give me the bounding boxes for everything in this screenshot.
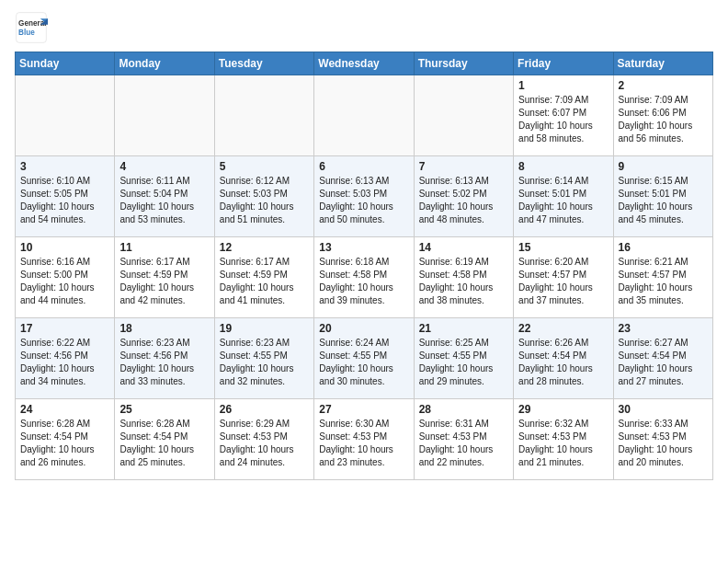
page-container: General Blue SundayMondayTuesdayWednesda… bbox=[0, 0, 728, 491]
day-info: Sunrise: 6:26 AM Sunset: 4:54 PM Dayligh… bbox=[518, 337, 608, 388]
day-number: 22 bbox=[518, 322, 608, 335]
day-cell: 9Sunrise: 6:15 AM Sunset: 5:01 PM Daylig… bbox=[613, 156, 712, 237]
day-number: 20 bbox=[319, 322, 408, 335]
day-number: 15 bbox=[518, 241, 608, 254]
day-cell: 28Sunrise: 6:31 AM Sunset: 4:53 PM Dayli… bbox=[414, 399, 513, 480]
day-number: 11 bbox=[119, 241, 209, 254]
day-cell: 4Sunrise: 6:11 AM Sunset: 5:04 PM Daylig… bbox=[115, 156, 214, 237]
week-row-2: 3Sunrise: 6:10 AM Sunset: 5:05 PM Daylig… bbox=[16, 156, 713, 237]
day-info: Sunrise: 6:28 AM Sunset: 4:54 PM Dayligh… bbox=[119, 418, 209, 469]
day-info: Sunrise: 6:17 AM Sunset: 4:59 PM Dayligh… bbox=[220, 256, 309, 307]
day-cell bbox=[115, 75, 214, 156]
day-cell: 22Sunrise: 6:26 AM Sunset: 4:54 PM Dayli… bbox=[514, 318, 613, 399]
week-row-1: 1Sunrise: 7:09 AM Sunset: 6:07 PM Daylig… bbox=[16, 75, 713, 156]
day-info: Sunrise: 6:13 AM Sunset: 5:02 PM Dayligh… bbox=[419, 175, 508, 226]
day-info: Sunrise: 6:13 AM Sunset: 5:03 PM Dayligh… bbox=[319, 175, 408, 226]
day-info: Sunrise: 6:17 AM Sunset: 4:59 PM Dayligh… bbox=[119, 256, 209, 307]
day-info: Sunrise: 6:14 AM Sunset: 5:01 PM Dayligh… bbox=[518, 175, 608, 226]
day-info: Sunrise: 6:11 AM Sunset: 5:04 PM Dayligh… bbox=[119, 175, 209, 226]
day-info: Sunrise: 7:09 AM Sunset: 6:07 PM Dayligh… bbox=[518, 94, 608, 145]
day-number: 25 bbox=[119, 403, 209, 416]
day-cell: 30Sunrise: 6:33 AM Sunset: 4:53 PM Dayli… bbox=[613, 399, 712, 480]
logo: General Blue bbox=[15, 11, 51, 44]
day-info: Sunrise: 6:19 AM Sunset: 4:58 PM Dayligh… bbox=[419, 256, 508, 307]
day-number: 24 bbox=[20, 403, 109, 416]
day-cell: 11Sunrise: 6:17 AM Sunset: 4:59 PM Dayli… bbox=[115, 237, 214, 318]
week-row-3: 10Sunrise: 6:16 AM Sunset: 5:00 PM Dayli… bbox=[16, 237, 713, 318]
week-row-4: 17Sunrise: 6:22 AM Sunset: 4:56 PM Dayli… bbox=[16, 318, 713, 399]
weekday-header-row: SundayMondayTuesdayWednesdayThursdayFrid… bbox=[16, 52, 713, 75]
day-cell: 1Sunrise: 7:09 AM Sunset: 6:07 PM Daylig… bbox=[514, 75, 613, 156]
weekday-header-saturday: Saturday bbox=[613, 52, 712, 75]
day-info: Sunrise: 6:23 AM Sunset: 4:55 PM Dayligh… bbox=[220, 337, 309, 388]
day-number: 13 bbox=[319, 241, 408, 254]
day-number: 8 bbox=[518, 160, 608, 173]
day-cell bbox=[214, 75, 313, 156]
day-number: 10 bbox=[20, 241, 109, 254]
day-cell: 14Sunrise: 6:19 AM Sunset: 4:58 PM Dayli… bbox=[414, 237, 513, 318]
day-cell: 15Sunrise: 6:20 AM Sunset: 4:57 PM Dayli… bbox=[514, 237, 613, 318]
day-number: 21 bbox=[419, 322, 508, 335]
day-cell: 10Sunrise: 6:16 AM Sunset: 5:00 PM Dayli… bbox=[16, 237, 115, 318]
day-cell: 20Sunrise: 6:24 AM Sunset: 4:55 PM Dayli… bbox=[314, 318, 414, 399]
day-number: 16 bbox=[619, 241, 708, 254]
svg-text:Blue: Blue bbox=[18, 29, 35, 37]
day-info: Sunrise: 6:25 AM Sunset: 4:55 PM Dayligh… bbox=[419, 337, 508, 388]
weekday-header-monday: Monday bbox=[115, 52, 214, 75]
day-cell: 27Sunrise: 6:30 AM Sunset: 4:53 PM Dayli… bbox=[314, 399, 414, 480]
day-info: Sunrise: 6:27 AM Sunset: 4:54 PM Dayligh… bbox=[619, 337, 708, 388]
day-cell: 21Sunrise: 6:25 AM Sunset: 4:55 PM Dayli… bbox=[414, 318, 513, 399]
day-cell: 5Sunrise: 6:12 AM Sunset: 5:03 PM Daylig… bbox=[214, 156, 313, 237]
day-cell: 25Sunrise: 6:28 AM Sunset: 4:54 PM Dayli… bbox=[115, 399, 214, 480]
day-info: Sunrise: 6:24 AM Sunset: 4:55 PM Dayligh… bbox=[319, 337, 408, 388]
day-number: 27 bbox=[319, 403, 408, 416]
day-info: Sunrise: 6:12 AM Sunset: 5:03 PM Dayligh… bbox=[220, 175, 309, 226]
day-number: 28 bbox=[419, 403, 508, 416]
day-number: 30 bbox=[619, 403, 708, 416]
day-info: Sunrise: 6:29 AM Sunset: 4:53 PM Dayligh… bbox=[220, 418, 309, 469]
day-cell: 16Sunrise: 6:21 AM Sunset: 4:57 PM Dayli… bbox=[613, 237, 712, 318]
calendar-table: SundayMondayTuesdayWednesdayThursdayFrid… bbox=[15, 52, 713, 480]
day-cell: 3Sunrise: 6:10 AM Sunset: 5:05 PM Daylig… bbox=[16, 156, 115, 237]
day-info: Sunrise: 6:30 AM Sunset: 4:53 PM Dayligh… bbox=[319, 418, 408, 469]
day-cell bbox=[16, 75, 115, 156]
day-number: 7 bbox=[419, 160, 508, 173]
weekday-header-sunday: Sunday bbox=[16, 52, 115, 75]
weekday-header-wednesday: Wednesday bbox=[314, 52, 414, 75]
day-number: 6 bbox=[319, 160, 408, 173]
day-info: Sunrise: 6:18 AM Sunset: 4:58 PM Dayligh… bbox=[319, 256, 408, 307]
day-number: 17 bbox=[20, 322, 109, 335]
day-cell: 24Sunrise: 6:28 AM Sunset: 4:54 PM Dayli… bbox=[16, 399, 115, 480]
day-number: 12 bbox=[220, 241, 309, 254]
day-number: 1 bbox=[518, 79, 608, 92]
day-cell: 23Sunrise: 6:27 AM Sunset: 4:54 PM Dayli… bbox=[613, 318, 712, 399]
day-number: 18 bbox=[119, 322, 209, 335]
day-cell: 7Sunrise: 6:13 AM Sunset: 5:02 PM Daylig… bbox=[414, 156, 513, 237]
day-number: 23 bbox=[619, 322, 708, 335]
day-cell: 6Sunrise: 6:13 AM Sunset: 5:03 PM Daylig… bbox=[314, 156, 414, 237]
day-cell: 17Sunrise: 6:22 AM Sunset: 4:56 PM Dayli… bbox=[16, 318, 115, 399]
week-row-5: 24Sunrise: 6:28 AM Sunset: 4:54 PM Dayli… bbox=[16, 399, 713, 480]
day-number: 29 bbox=[518, 403, 608, 416]
day-info: Sunrise: 6:28 AM Sunset: 4:54 PM Dayligh… bbox=[20, 418, 109, 469]
day-cell: 29Sunrise: 6:32 AM Sunset: 4:53 PM Dayli… bbox=[514, 399, 613, 480]
day-info: Sunrise: 6:32 AM Sunset: 4:53 PM Dayligh… bbox=[518, 418, 608, 469]
day-info: Sunrise: 6:23 AM Sunset: 4:56 PM Dayligh… bbox=[119, 337, 209, 388]
weekday-header-tuesday: Tuesday bbox=[214, 52, 313, 75]
day-info: Sunrise: 6:31 AM Sunset: 4:53 PM Dayligh… bbox=[419, 418, 508, 469]
day-info: Sunrise: 6:21 AM Sunset: 4:57 PM Dayligh… bbox=[619, 256, 708, 307]
day-cell: 19Sunrise: 6:23 AM Sunset: 4:55 PM Dayli… bbox=[214, 318, 313, 399]
day-cell bbox=[314, 75, 414, 156]
day-cell: 12Sunrise: 6:17 AM Sunset: 4:59 PM Dayli… bbox=[214, 237, 313, 318]
day-cell: 13Sunrise: 6:18 AM Sunset: 4:58 PM Dayli… bbox=[314, 237, 414, 318]
day-cell: 2Sunrise: 7:09 AM Sunset: 6:06 PM Daylig… bbox=[613, 75, 712, 156]
day-cell: 18Sunrise: 6:23 AM Sunset: 4:56 PM Dayli… bbox=[115, 318, 214, 399]
day-number: 14 bbox=[419, 241, 508, 254]
logo-icon: General Blue bbox=[15, 11, 48, 44]
day-number: 5 bbox=[220, 160, 309, 173]
day-cell: 8Sunrise: 6:14 AM Sunset: 5:01 PM Daylig… bbox=[514, 156, 613, 237]
day-cell: 26Sunrise: 6:29 AM Sunset: 4:53 PM Dayli… bbox=[214, 399, 313, 480]
day-cell bbox=[414, 75, 513, 156]
day-number: 4 bbox=[119, 160, 209, 173]
header: General Blue bbox=[15, 11, 713, 44]
